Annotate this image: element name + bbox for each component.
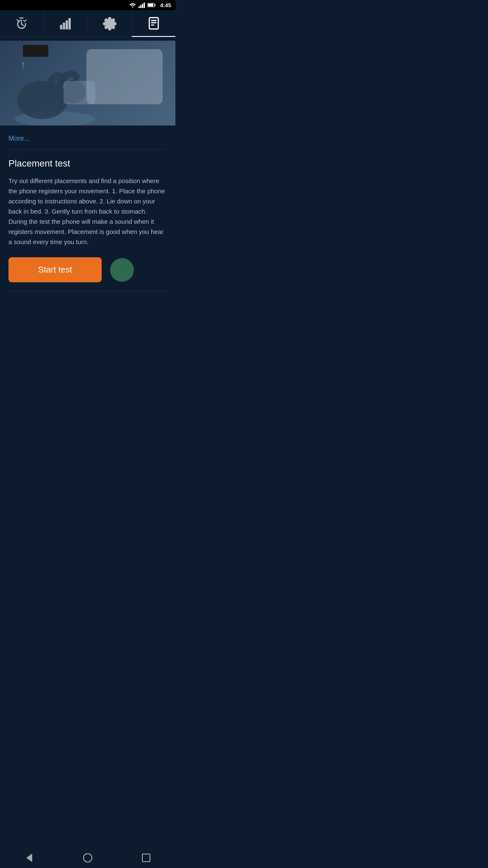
svg-rect-12	[151, 20, 156, 21]
tab-alarm[interactable]	[0, 10, 44, 37]
svg-rect-14	[151, 24, 154, 25]
svg-point-0	[132, 6, 133, 8]
battery-icon	[147, 3, 156, 8]
svg-rect-6	[60, 25, 62, 29]
start-test-button[interactable]: Start test	[8, 257, 102, 282]
svg-rect-2	[148, 4, 153, 6]
guide-icon	[147, 17, 161, 30]
pillow-illustration	[86, 49, 163, 104]
svg-rect-18	[64, 81, 95, 104]
status-bar-icons: 4:45	[129, 2, 171, 8]
divider-2	[8, 291, 167, 291]
svg-point-5	[22, 17, 28, 23]
person-silhouette	[13, 58, 97, 125]
description-text: Try out different placements and find a …	[8, 176, 167, 247]
hero-image: ↑	[0, 41, 175, 125]
tab-settings[interactable]	[88, 10, 132, 37]
section-title: Placement test	[8, 158, 167, 169]
status-indicator	[110, 258, 134, 282]
svg-rect-13	[151, 22, 156, 23]
wifi-icon	[129, 3, 136, 8]
signal-icon	[139, 3, 145, 8]
svg-rect-9	[69, 18, 71, 29]
status-bar: 4:45	[0, 0, 175, 10]
tab-stats[interactable]	[44, 10, 88, 37]
svg-rect-3	[155, 4, 156, 6]
phone-placement-illustration	[8, 45, 48, 57]
phone-illustration	[23, 45, 48, 57]
main-content: More... Placement test Try out different…	[0, 129, 175, 291]
nav-tabs	[0, 10, 175, 37]
settings-icon	[103, 17, 116, 31]
alarm-icon	[15, 17, 28, 31]
divider-1	[8, 149, 167, 150]
more-link[interactable]: More...	[8, 129, 167, 146]
cable-illustration	[8, 50, 21, 52]
svg-rect-8	[66, 20, 68, 29]
tab-guide[interactable]	[132, 10, 175, 37]
svg-rect-7	[63, 22, 65, 29]
start-test-area: Start test	[8, 257, 167, 282]
stats-icon	[59, 17, 72, 31]
time-display: 4:45	[160, 2, 171, 8]
